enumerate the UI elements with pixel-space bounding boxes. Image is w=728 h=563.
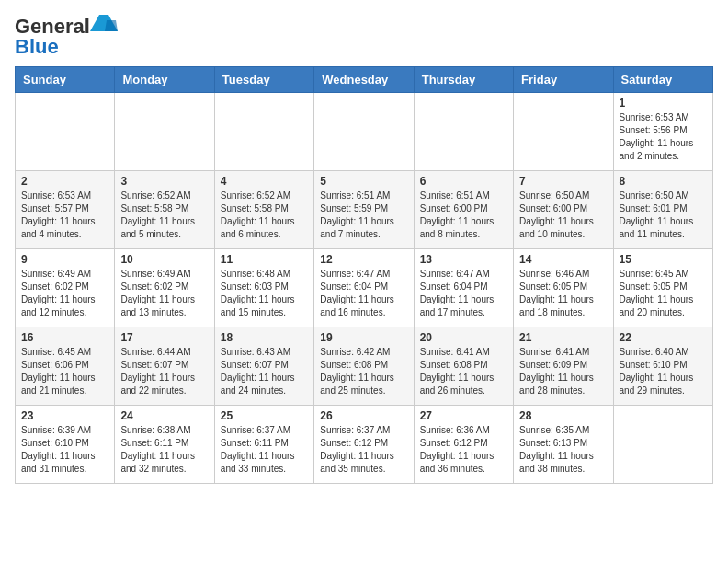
day-number: 7: [519, 175, 607, 188]
calendar-cell: 7Sunrise: 6:50 AM Sunset: 6:00 PM Daylig…: [514, 171, 613, 249]
logo: General Blue: [15, 15, 118, 59]
cell-daylight-info: Sunrise: 6:51 AM Sunset: 5:59 PM Dayligh…: [320, 190, 407, 241]
day-number: 3: [120, 175, 208, 188]
cell-daylight-info: Sunrise: 6:37 AM Sunset: 6:11 PM Dayligh…: [221, 424, 308, 476]
calendar-cell: [16, 93, 115, 171]
cell-daylight-info: Sunrise: 6:38 AM Sunset: 6:11 PM Dayligh…: [120, 424, 208, 476]
cell-daylight-info: Sunrise: 6:40 AM Sunset: 6:10 PM Dayligh…: [620, 346, 707, 397]
cell-daylight-info: Sunrise: 6:41 AM Sunset: 6:08 PM Dayligh…: [420, 346, 507, 397]
cell-daylight-info: Sunrise: 6:50 AM Sunset: 6:00 PM Dayligh…: [519, 190, 607, 241]
day-number: 17: [120, 331, 208, 344]
cell-daylight-info: Sunrise: 6:49 AM Sunset: 6:02 PM Dayligh…: [21, 268, 108, 319]
cell-daylight-info: Sunrise: 6:45 AM Sunset: 6:06 PM Dayligh…: [21, 346, 108, 397]
cell-daylight-info: Sunrise: 6:37 AM Sunset: 6:12 PM Dayligh…: [320, 424, 407, 476]
svg-marker-1: [105, 20, 118, 31]
cell-daylight-info: Sunrise: 6:36 AM Sunset: 6:12 PM Dayligh…: [420, 424, 507, 476]
calendar-cell: [514, 93, 613, 171]
calendar-cell: 21Sunrise: 6:41 AM Sunset: 6:09 PM Dayli…: [514, 327, 613, 406]
weekday-header-row: SundayMondayTuesdayWednesdayThursdayFrid…: [16, 67, 713, 93]
calendar-cell: 3Sunrise: 6:52 AM Sunset: 5:58 PM Daylig…: [115, 171, 214, 249]
day-number: 5: [320, 175, 407, 188]
week-row-1: 1Sunrise: 6:53 AM Sunset: 5:56 PM Daylig…: [16, 93, 713, 171]
day-number: 22: [620, 331, 707, 344]
day-number: 25: [221, 409, 308, 422]
calendar-cell: 5Sunrise: 6:51 AM Sunset: 5:59 PM Daylig…: [314, 171, 414, 249]
cell-daylight-info: Sunrise: 6:42 AM Sunset: 6:08 PM Dayligh…: [320, 346, 407, 397]
calendar-cell: 20Sunrise: 6:41 AM Sunset: 6:08 PM Dayli…: [414, 327, 513, 406]
calendar-cell: 1Sunrise: 6:53 AM Sunset: 5:56 PM Daylig…: [613, 93, 712, 171]
calendar-cell: 2Sunrise: 6:53 AM Sunset: 5:57 PM Daylig…: [16, 171, 115, 249]
calendar-cell: 12Sunrise: 6:47 AM Sunset: 6:04 PM Dayli…: [314, 249, 414, 327]
cell-daylight-info: Sunrise: 6:49 AM Sunset: 6:02 PM Dayligh…: [120, 268, 208, 319]
day-number: 11: [221, 253, 308, 266]
calendar: SundayMondayTuesdayWednesdayThursdayFrid…: [15, 66, 713, 484]
day-number: 20: [420, 331, 507, 344]
cell-daylight-info: Sunrise: 6:41 AM Sunset: 6:09 PM Dayligh…: [519, 346, 607, 397]
day-number: 4: [221, 175, 308, 188]
day-number: 9: [21, 253, 108, 266]
day-number: 27: [420, 409, 507, 422]
cell-daylight-info: Sunrise: 6:35 AM Sunset: 6:13 PM Dayligh…: [519, 424, 607, 476]
cell-daylight-info: Sunrise: 6:50 AM Sunset: 6:01 PM Dayligh…: [620, 190, 707, 241]
day-number: 16: [21, 331, 108, 344]
cell-daylight-info: Sunrise: 6:53 AM Sunset: 5:56 PM Dayligh…: [620, 111, 707, 163]
day-number: 21: [519, 331, 607, 344]
day-number: 23: [21, 409, 108, 422]
calendar-cell: 11Sunrise: 6:48 AM Sunset: 6:03 PM Dayli…: [214, 249, 313, 327]
calendar-cell: [214, 93, 313, 171]
calendar-cell: 25Sunrise: 6:37 AM Sunset: 6:11 PM Dayli…: [214, 406, 313, 484]
week-row-2: 2Sunrise: 6:53 AM Sunset: 5:57 PM Daylig…: [16, 171, 713, 249]
day-number: 19: [320, 331, 407, 344]
day-number: 10: [120, 253, 208, 266]
weekday-header-friday: Friday: [514, 67, 613, 93]
calendar-cell: 9Sunrise: 6:49 AM Sunset: 6:02 PM Daylig…: [16, 249, 115, 327]
weekday-header-monday: Monday: [115, 67, 214, 93]
weekday-header-sunday: Sunday: [16, 67, 115, 93]
day-number: 6: [420, 175, 507, 188]
weekday-header-tuesday: Tuesday: [214, 67, 313, 93]
calendar-cell: 28Sunrise: 6:35 AM Sunset: 6:13 PM Dayli…: [514, 406, 613, 484]
cell-daylight-info: Sunrise: 6:51 AM Sunset: 6:00 PM Dayligh…: [420, 190, 507, 241]
calendar-cell: 6Sunrise: 6:51 AM Sunset: 6:00 PM Daylig…: [414, 171, 513, 249]
calendar-cell: 18Sunrise: 6:43 AM Sunset: 6:07 PM Dayli…: [214, 327, 313, 406]
cell-daylight-info: Sunrise: 6:39 AM Sunset: 6:10 PM Dayligh…: [21, 424, 108, 476]
weekday-header-thursday: Thursday: [414, 67, 513, 93]
calendar-cell: 23Sunrise: 6:39 AM Sunset: 6:10 PM Dayli…: [16, 406, 115, 484]
calendar-cell: 10Sunrise: 6:49 AM Sunset: 6:02 PM Dayli…: [115, 249, 214, 327]
weekday-header-wednesday: Wednesday: [314, 67, 414, 93]
day-number: 8: [620, 175, 707, 188]
week-row-5: 23Sunrise: 6:39 AM Sunset: 6:10 PM Dayli…: [16, 406, 713, 484]
header: General Blue: [15, 15, 713, 59]
day-number: 28: [519, 409, 607, 422]
calendar-cell: 13Sunrise: 6:47 AM Sunset: 6:04 PM Dayli…: [414, 249, 513, 327]
cell-daylight-info: Sunrise: 6:53 AM Sunset: 5:57 PM Dayligh…: [21, 190, 108, 241]
calendar-cell: [414, 93, 513, 171]
day-number: 24: [120, 409, 208, 422]
calendar-cell: [115, 93, 214, 171]
cell-daylight-info: Sunrise: 6:52 AM Sunset: 5:58 PM Dayligh…: [120, 190, 208, 241]
week-row-3: 9Sunrise: 6:49 AM Sunset: 6:02 PM Daylig…: [16, 249, 713, 327]
calendar-cell: [613, 406, 712, 484]
week-row-4: 16Sunrise: 6:45 AM Sunset: 6:06 PM Dayli…: [16, 327, 713, 406]
cell-daylight-info: Sunrise: 6:47 AM Sunset: 6:04 PM Dayligh…: [320, 268, 407, 319]
cell-daylight-info: Sunrise: 6:43 AM Sunset: 6:07 PM Dayligh…: [221, 346, 308, 397]
calendar-cell: 24Sunrise: 6:38 AM Sunset: 6:11 PM Dayli…: [115, 406, 214, 484]
calendar-cell: 4Sunrise: 6:52 AM Sunset: 5:58 PM Daylig…: [214, 171, 313, 249]
calendar-cell: [314, 93, 414, 171]
cell-daylight-info: Sunrise: 6:46 AM Sunset: 6:05 PM Dayligh…: [519, 268, 607, 319]
calendar-cell: 16Sunrise: 6:45 AM Sunset: 6:06 PM Dayli…: [16, 327, 115, 406]
cell-daylight-info: Sunrise: 6:47 AM Sunset: 6:04 PM Dayligh…: [420, 268, 507, 319]
day-number: 2: [21, 175, 108, 188]
calendar-cell: 15Sunrise: 6:45 AM Sunset: 6:05 PM Dayli…: [613, 249, 712, 327]
calendar-cell: 17Sunrise: 6:44 AM Sunset: 6:07 PM Dayli…: [115, 327, 214, 406]
day-number: 18: [221, 331, 308, 344]
calendar-cell: 22Sunrise: 6:40 AM Sunset: 6:10 PM Dayli…: [613, 327, 712, 406]
logo-blue-text: Blue: [15, 35, 59, 59]
calendar-cell: 19Sunrise: 6:42 AM Sunset: 6:08 PM Dayli…: [314, 327, 414, 406]
day-number: 12: [320, 253, 407, 266]
weekday-header-saturday: Saturday: [613, 67, 712, 93]
cell-daylight-info: Sunrise: 6:45 AM Sunset: 6:05 PM Dayligh…: [620, 268, 707, 319]
day-number: 1: [620, 97, 707, 109]
day-number: 26: [320, 409, 407, 422]
cell-daylight-info: Sunrise: 6:52 AM Sunset: 5:58 PM Dayligh…: [221, 190, 308, 241]
